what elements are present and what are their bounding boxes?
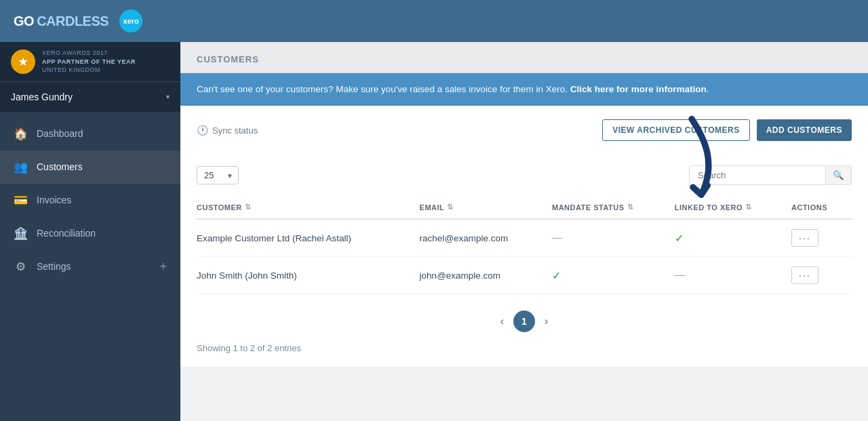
col-mandate-status: MANDATE STATUS ⇅ <box>552 196 675 219</box>
actions-button[interactable]: ··· <box>791 229 818 247</box>
mandate-status-cell: — <box>552 219 675 257</box>
col-linked-to-xero: LINKED TO XERO ⇅ <box>675 196 791 219</box>
dash-icon: — <box>552 232 563 243</box>
user-menu[interactable]: James Gundry ▾ <box>0 82 180 112</box>
sort-icon[interactable]: ⇅ <box>745 203 752 212</box>
award-text: XERO AWARDS 2017 APP PARTNER OF THE YEAR… <box>42 49 136 75</box>
page-title: CUSTOMERS <box>197 54 852 64</box>
sort-icon[interactable]: ⇅ <box>447 203 454 212</box>
per-page-dropdown[interactable]: 25 50 100 <box>197 166 239 184</box>
customer-cell: John Smith (John Smith) <box>197 257 420 294</box>
main-content: CUSTOMERS Can't see one of your customer… <box>180 42 868 421</box>
col-email: EMAIL ⇅ <box>420 196 552 219</box>
prev-page-button[interactable]: ‹ <box>495 313 509 330</box>
table-row: John Smith (John Smith) john@example.com… <box>197 257 852 294</box>
logo-go: GO <box>14 14 34 29</box>
linked-to-xero-cell: ✓ <box>675 219 791 257</box>
sidebar-item-invoices[interactable]: 💳 Invoices <box>0 184 180 217</box>
add-customers-button[interactable]: ADD CUSTOMERS <box>757 119 852 141</box>
sort-icon[interactable]: ⇅ <box>245 203 252 212</box>
content-area: 🕐 Sync status VIEW ARCHIVED CUSTOMERS AD… <box>180 106 868 367</box>
sort-icon[interactable]: ⇅ <box>627 203 634 212</box>
settings-icon: ⚙ <box>14 260 27 274</box>
entries-info: Showing 1 to 2 of 2 entries <box>197 343 852 353</box>
user-name: James Gundry <box>11 92 73 102</box>
mandate-status-cell: ✓ <box>552 257 675 294</box>
table-header-row: CUSTOMER ⇅ EMAIL ⇅ MANDA <box>197 196 852 219</box>
sidebar-item-customers[interactable]: 👥 Customers <box>0 151 180 184</box>
sidebar-item-reconciliation[interactable]: 🏦 Reconciliation <box>0 217 180 250</box>
invoices-icon: 💳 <box>14 193 27 207</box>
sidebar-item-label: Settings <box>37 261 71 272</box>
reconciliation-icon: 🏦 <box>14 226 27 241</box>
email-cell: rachel@example.com <box>420 219 552 257</box>
home-icon: 🏠 <box>14 127 27 141</box>
toolbar: 🕐 Sync status VIEW ARCHIVED CUSTOMERS AD… <box>197 119 852 152</box>
clock-icon: 🕐 <box>197 125 208 136</box>
customers-icon: 👥 <box>14 160 27 174</box>
col-customer: CUSTOMER ⇅ <box>197 196 420 219</box>
info-banner: Can't see one of your customers? Make su… <box>180 73 868 106</box>
sidebar-nav: 🏠 Dashboard 👥 Customers 💳 Invoices 🏦 Rec… <box>0 112 180 421</box>
linked-to-xero-cell: — <box>675 257 791 294</box>
chevron-down-icon: ▾ <box>166 93 170 100</box>
actions-cell: ··· <box>791 257 852 294</box>
actions-cell: ··· <box>791 219 852 257</box>
search-icon: 🔍 <box>833 170 844 180</box>
info-link[interactable]: Click here for more information <box>570 84 707 94</box>
customers-table: CUSTOMER ⇅ EMAIL ⇅ MANDA <box>197 196 852 294</box>
sidebar-item-label: Invoices <box>37 195 71 205</box>
top-nav: GOCARDLESS xero <box>0 0 868 42</box>
col-actions: ACTIONS <box>791 196 852 219</box>
per-page-select[interactable]: 25 50 100 <box>197 166 239 184</box>
sidebar-item-dashboard[interactable]: 🏠 Dashboard <box>0 117 180 151</box>
sidebar-item-settings[interactable]: ⚙ Settings + <box>0 250 180 283</box>
xero-badge: xero <box>119 9 142 33</box>
sidebar: ★ XERO AWARDS 2017 APP PARTNER OF THE YE… <box>0 42 180 421</box>
sidebar-item-label: Reconciliation <box>37 228 96 239</box>
logo-cardless: CARDLESS <box>37 14 108 29</box>
search-button[interactable]: 🔍 <box>825 166 851 184</box>
next-page-button[interactable]: › <box>539 313 553 330</box>
page-1-button[interactable]: 1 <box>513 310 535 332</box>
plus-icon: + <box>159 260 167 274</box>
table-row: Example Customer Ltd (Rachel Astall) rac… <box>197 219 852 257</box>
select-wrapper[interactable]: 25 50 100 <box>197 166 239 184</box>
customer-cell: Example Customer Ltd (Rachel Astall) <box>197 219 420 257</box>
award-banner: ★ XERO AWARDS 2017 APP PARTNER OF THE YE… <box>0 42 180 82</box>
email-cell: john@example.com <box>420 257 552 294</box>
check-icon: ✓ <box>675 233 684 244</box>
sidebar-item-label: Dashboard <box>37 128 83 139</box>
info-text: Can't see one of your customers? Make su… <box>197 84 568 94</box>
pagination: ‹ 1 › <box>197 310 852 332</box>
check-icon: ✓ <box>552 270 561 281</box>
dash-icon: — <box>675 269 686 281</box>
search-box[interactable]: 🔍 <box>689 165 852 185</box>
table-controls: 25 50 100 🔍 <box>197 165 852 185</box>
logo: GOCARDLESS <box>14 14 108 29</box>
view-archived-button[interactable]: VIEW ARCHIVED CUSTOMERS <box>602 119 750 141</box>
actions-button[interactable]: ··· <box>791 266 818 284</box>
award-icon: ★ <box>11 49 35 74</box>
search-input[interactable] <box>690 166 825 184</box>
page-header: CUSTOMERS <box>180 42 868 73</box>
sidebar-item-label: Customers <box>37 161 83 172</box>
sync-status: 🕐 Sync status <box>197 125 258 136</box>
